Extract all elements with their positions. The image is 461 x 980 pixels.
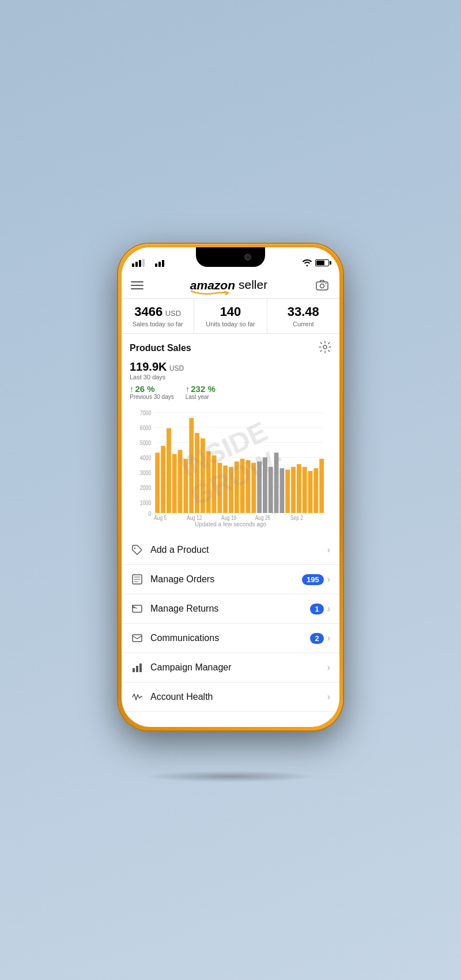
bar-0: [155, 453, 160, 513]
svg-text:Aug 26: Aug 26: [255, 515, 270, 521]
manage-returns-label: Manage Returns: [150, 604, 310, 614]
stat-units[interactable]: 140 Units today so far: [194, 299, 267, 333]
svg-point-3: [323, 345, 327, 349]
menu-item-campaign-manager[interactable]: Campaign Manager ›: [122, 653, 339, 683]
bar-8: [201, 438, 205, 512]
menu-item-manage-orders[interactable]: Manage Orders 195 ›: [122, 565, 339, 594]
app-header: amazon seller: [122, 273, 339, 299]
svg-point-1: [320, 284, 324, 288]
sales-amount-unit: USD: [169, 364, 184, 372]
stat-current-label: Current: [274, 321, 332, 327]
menu-item-add-product[interactable]: Add a Product ›: [122, 536, 339, 565]
menu-list: Add a Product › Manage Orders: [122, 536, 339, 727]
communications-chevron: ›: [327, 633, 330, 643]
manage-orders-chevron: ›: [327, 574, 330, 585]
bar-21: [274, 453, 279, 513]
wifi-icon: [303, 259, 312, 266]
bar-17: [251, 463, 256, 513]
bar-10: [212, 455, 217, 513]
svg-text:Aug 19: Aug 19: [221, 515, 236, 521]
svg-text:7000: 7000: [140, 410, 152, 417]
stat-sales-label: Sales today so far: [129, 321, 187, 327]
product-sales-section: Product Sales 119.9K USD Last 30 days: [122, 334, 339, 536]
stats-row: 3466 USD Sales today so far 140 Units to…: [122, 299, 339, 334]
stat-sales-value: 3466 USD: [129, 304, 187, 319]
menu-item-communications[interactable]: Communications 2 ›: [122, 624, 339, 653]
svg-text:3000: 3000: [140, 469, 152, 476]
phone-notch: [196, 247, 265, 267]
orders-icon: [132, 574, 142, 585]
app-logo: amazon seller: [190, 278, 267, 292]
settings-button[interactable]: [319, 341, 331, 356]
svg-point-25: [134, 548, 135, 549]
communications-badge: 2: [310, 633, 323, 644]
chart-bar-icon: [132, 662, 142, 673]
signal2-bar-1: [155, 263, 157, 267]
metric-lastyear: 232 % Last year: [186, 384, 216, 400]
manage-orders-label: Manage Orders: [150, 574, 302, 585]
stat-sales[interactable]: 3466 USD Sales today so far: [122, 299, 194, 333]
svg-text:4000: 4000: [140, 454, 152, 461]
manage-orders-badge: 195: [302, 574, 324, 585]
camera-button[interactable]: [314, 277, 330, 293]
manage-orders-icon: [131, 573, 143, 586]
bar-25: [297, 464, 301, 513]
hamburger-line-2: [131, 285, 143, 286]
bar-23: [285, 470, 290, 513]
bar-29: [319, 459, 324, 513]
stat-current[interactable]: 33.48 Current: [267, 299, 339, 333]
chart-updated: Updated a few seconds ago: [130, 521, 331, 531]
communications-icon: [131, 632, 143, 644]
bar-5: [183, 459, 188, 513]
menu-item-account-health[interactable]: Account Health ›: [122, 683, 339, 712]
sales-amount-row: 119.9K USD: [130, 360, 331, 374]
signal-bar-3: [139, 260, 141, 267]
communications-label: Communications: [150, 633, 310, 643]
hamburger-line-1: [131, 281, 143, 282]
svg-text:0: 0: [149, 510, 152, 517]
bar-4: [178, 450, 183, 512]
manage-returns-icon: [131, 602, 143, 615]
add-product-label: Add a Product: [150, 545, 327, 555]
bar-16: [246, 460, 251, 513]
metric-prev30: 26 % Previous 30 days: [130, 384, 174, 400]
bar-1: [161, 446, 165, 512]
metric-lastyear-label: Last year: [186, 394, 216, 400]
activity-icon: [132, 692, 142, 702]
logo-wrap: amazon: [190, 278, 235, 292]
manage-returns-badge: 1: [310, 604, 323, 615]
logo-seller-text: seller: [239, 278, 267, 292]
bar-26: [303, 467, 307, 513]
account-health-icon: [131, 691, 143, 703]
hamburger-menu[interactable]: [131, 281, 143, 289]
bar-2: [167, 428, 171, 513]
svg-rect-32: [133, 668, 135, 672]
sales-period: Last 30 days: [130, 374, 331, 380]
bar-28: [313, 468, 318, 513]
sales-chart: 7000 6000 5000 4000 3000 2000 1000 0: [134, 406, 327, 521]
stat-units-label: Units today so far: [201, 321, 259, 327]
svg-text:1000: 1000: [140, 499, 152, 506]
stat-current-value: 33.48: [274, 304, 332, 319]
bar-24: [291, 467, 296, 513]
signal-bar-4: [142, 259, 145, 267]
svg-text:Aug 5: Aug 5: [154, 515, 167, 521]
signal-bar-1: [132, 263, 134, 267]
account-health-label: Account Health: [150, 692, 327, 702]
signal2-bar-2: [158, 262, 161, 267]
svg-rect-34: [139, 664, 142, 672]
hamburger-line-3: [131, 288, 143, 289]
svg-text:Aug 12: Aug 12: [187, 515, 202, 521]
bar-3: [172, 454, 177, 513]
signal-bar-2: [135, 262, 138, 267]
stat-units-value: 140: [201, 304, 259, 319]
metric-prev30-value: 26 %: [130, 384, 174, 394]
bar-20: [269, 467, 273, 513]
bar-22: [279, 468, 284, 513]
svg-text:6000: 6000: [140, 425, 152, 432]
phone-screen: amazon seller: [122, 247, 339, 727]
tag-icon: [132, 545, 142, 555]
menu-item-manage-returns[interactable]: Manage Returns 1 ›: [122, 594, 339, 624]
add-product-icon: [131, 544, 143, 556]
chart-container[interactable]: 7000 6000 5000 4000 3000 2000 1000 0: [130, 406, 331, 521]
